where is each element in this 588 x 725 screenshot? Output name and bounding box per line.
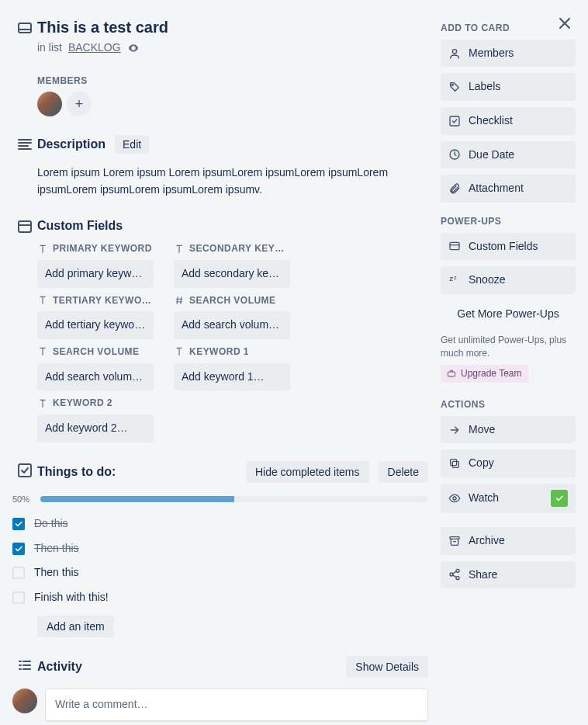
text-icon	[37, 244, 48, 255]
action-share-button[interactable]: Share	[441, 561, 576, 589]
text-icon	[37, 398, 48, 409]
checkbox[interactable]	[12, 543, 25, 555]
close-button[interactable]	[552, 11, 577, 36]
custom-field-label-text: TERTIARY KEYWO…	[53, 294, 151, 307]
side-button-label: Snooze	[469, 272, 505, 288]
svg-rect-4	[19, 464, 31, 477]
custom-field-input[interactable]: Add keyword 1…	[174, 363, 290, 391]
custom-field-input[interactable]: Add tertiary keywo…	[37, 311, 154, 339]
custom-field-label: SEARCH VOLUME	[174, 294, 298, 307]
custom-field-label-text: SEARCH VOLUME	[53, 345, 140, 359]
powerup-snooze-button[interactable]: ZZSnooze	[441, 266, 576, 294]
svg-text:Z: Z	[449, 276, 453, 283]
eye-icon	[127, 42, 140, 54]
delete-checklist-button[interactable]: Delete	[379, 461, 428, 483]
custom-field-label: KEYWORD 1	[174, 345, 298, 359]
powerups-heading: POWER-UPS	[441, 215, 576, 228]
comment-input[interactable]: Write a comment…	[45, 689, 428, 721]
comment-avatar[interactable]	[12, 689, 37, 713]
side-button-label: Attachment	[469, 181, 524, 196]
custom-field-input[interactable]: Add search volume…	[174, 311, 290, 339]
checklist-title[interactable]: Things to do:	[37, 463, 116, 480]
tag-icon	[448, 81, 461, 93]
checklist-item-text[interactable]: Do this	[34, 516, 68, 532]
custom-field-input[interactable]: Add primary keywo…	[37, 260, 154, 288]
side-button-label: Share	[469, 567, 497, 583]
svg-rect-7	[450, 116, 459, 126]
side-button-label: Due Date	[469, 147, 514, 163]
eye-icon	[448, 492, 461, 505]
custom-field-input[interactable]: Add keyword 2…	[37, 415, 154, 442]
progress-bar	[40, 496, 428, 502]
action-move-button[interactable]: Move	[441, 416, 576, 444]
description-text[interactable]: Lorem ipsum Lorem ipsum Lorem ipsumLorem…	[37, 165, 425, 198]
member-avatar[interactable]	[37, 92, 62, 116]
clip-icon	[448, 182, 461, 195]
add-members-button[interactable]: Members	[441, 40, 576, 68]
action-watch-button[interactable]: Watch	[441, 484, 576, 513]
checklist-item-text[interactable]: Then this	[34, 541, 79, 557]
side-button-label: Custom Fields	[469, 239, 538, 255]
show-details-button[interactable]: Show Details	[346, 656, 428, 678]
checklist-item[interactable]: Then this	[12, 560, 428, 585]
custom-field-label-text: KEYWORD 2	[53, 397, 112, 410]
add-checklist-item-button[interactable]: Add an item	[37, 616, 114, 637]
action-copy-button[interactable]: Copy	[441, 449, 576, 477]
checklist-item-text[interactable]: Then this	[34, 565, 79, 581]
get-more-powerups-label: Get More Power-Ups	[457, 307, 559, 322]
description-icon	[12, 135, 37, 198]
checklist-item[interactable]: Then this	[12, 536, 428, 561]
custom-field-input[interactable]: Add search volume…	[37, 363, 154, 391]
card-title[interactable]: This is a test card	[37, 17, 397, 37]
hide-completed-button[interactable]: Hide completed items	[246, 461, 369, 483]
svg-rect-0	[19, 23, 31, 33]
svg-text:Z: Z	[454, 276, 457, 280]
add-duedate-button[interactable]: Due Date	[441, 141, 576, 169]
custom-field-label-text: SECONDARY KEY…	[189, 242, 285, 255]
side-button-label: Archive	[469, 533, 505, 549]
svg-point-6	[451, 85, 453, 86]
checkbox[interactable]	[12, 567, 25, 579]
clock-icon	[448, 148, 461, 161]
add-member-button[interactable]: +	[67, 92, 92, 116]
description-title: Description	[37, 136, 105, 153]
checkbox[interactable]	[12, 518, 25, 530]
upgrade-team-button[interactable]: Upgrade Team	[441, 365, 528, 383]
add-attachment-button[interactable]: Attachment	[441, 175, 576, 203]
side-button-label: Copy	[469, 456, 494, 471]
action-archive-button[interactable]: Archive	[441, 527, 576, 555]
side-button-label: Checklist	[469, 113, 513, 129]
add-labels-button[interactable]: Labels	[441, 73, 576, 101]
watching-badge	[551, 490, 568, 507]
copy-icon	[448, 457, 461, 470]
checklist-item[interactable]: Do this	[12, 512, 428, 536]
get-more-powerups-button[interactable]: Get More Power-Ups	[441, 300, 576, 328]
add-checklist-button[interactable]: Checklist	[441, 107, 576, 135]
checklist-item-text[interactable]: Finish with this!	[34, 590, 109, 605]
custom-field-label: SEARCH VOLUME	[37, 345, 161, 359]
in-list-prefix: in list	[37, 40, 62, 56]
svg-rect-13	[448, 372, 455, 376]
edit-description-button[interactable]: Edit	[115, 135, 149, 154]
powerup-customfields-button[interactable]: Custom Fields	[441, 233, 576, 261]
activity-title: Activity	[37, 658, 82, 675]
checklist-item[interactable]: Finish with this!	[12, 585, 428, 610]
custom-field-label: PRIMARY KEYWORD	[37, 242, 161, 255]
custom-field-input[interactable]: Add secondary key…	[174, 260, 290, 288]
svg-rect-14	[452, 461, 458, 467]
text-icon	[37, 346, 48, 357]
custom-field-label-text: SEARCH VOLUME	[189, 294, 276, 307]
text-icon	[174, 346, 185, 357]
side-button-label: Labels	[469, 79, 500, 95]
custom-field-label: TERTIARY KEYWO…	[37, 294, 161, 307]
svg-rect-15	[451, 460, 457, 466]
zz-icon: ZZ	[448, 274, 461, 286]
custom-fields-icon	[12, 217, 37, 442]
svg-rect-9	[450, 243, 459, 250]
checkbox[interactable]	[12, 591, 25, 604]
text-icon	[37, 295, 48, 306]
svg-rect-2	[19, 221, 31, 232]
svg-point-19	[456, 570, 459, 573]
custom-field-label: SECONDARY KEY…	[174, 242, 298, 255]
list-link[interactable]: BACKLOG	[68, 40, 121, 56]
